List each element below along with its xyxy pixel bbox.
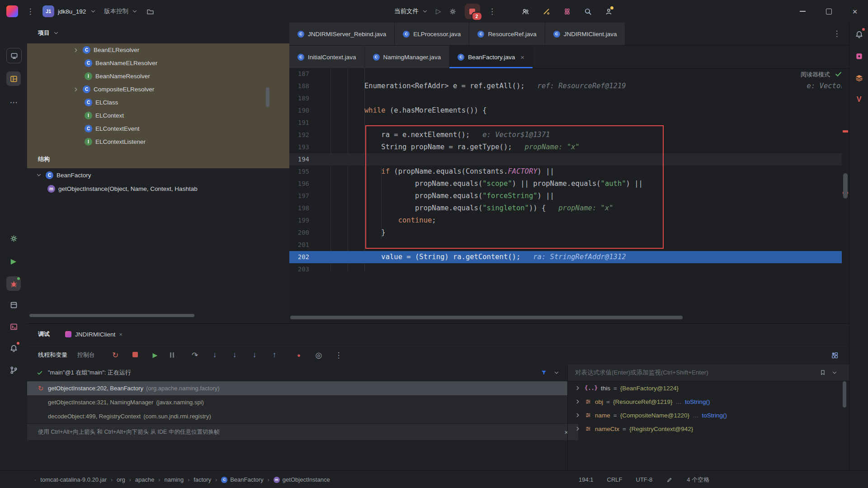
line-number[interactable]: 188 [289,80,309,92]
main-menu-icon[interactable]: ⋮ [25,7,35,16]
plugin-pink-icon[interactable] [852,49,866,63]
line-number[interactable]: 200 [289,227,309,239]
editor-error-stripe[interactable] [842,68,849,317]
tree-item-ELContextEvent[interactable]: CELContextEvent [27,122,289,135]
stop-debug-icon[interactable] [130,351,140,360]
layout-settings-icon[interactable] [830,351,839,360]
line-number[interactable]: 199 [289,214,309,227]
project-panel-header[interactable]: 项目 [27,23,289,43]
chevron-down-icon[interactable] [831,369,838,376]
breadcrumb-item[interactable]: mgetObjectInstance [274,476,330,483]
stop-button[interactable]: 2 [465,4,480,19]
tab-console[interactable]: 控制台 [77,351,95,359]
run-tool-icon[interactable]: ▶ [6,254,21,268]
more-tool-windows-icon[interactable]: ⋯ [6,95,21,109]
variable-row-obj[interactable]: obj={ResourceRef@1219}…toString() [568,395,849,408]
line-number[interactable]: 201 [289,239,309,251]
tab-threads-variables[interactable]: 线程和变量 [38,351,67,359]
view-breakpoints-icon[interactable]: ● [294,352,304,359]
stack-frame[interactable]: getObjectInstance:321, NamingManager(jav… [27,395,567,409]
code-with-me-icon[interactable] [521,7,530,16]
pause-icon[interactable] [170,352,180,358]
editor-tab-BeanFactory.java[interactable]: CBeanFactory.java× [449,46,533,68]
structure-tree[interactable]: CBeanFactorymgetObjectInstance(Object, N… [27,168,289,195]
step-out-icon[interactable]: ↑ [269,351,279,360]
project-widget[interactable]: J1 jdk8u_192 [42,5,97,17]
project-tree-scrollbar[interactable] [266,87,269,107]
code-editor[interactable]: 187188 Enumeration<RefAddr> e = ref.getA… [289,68,842,272]
line-number[interactable]: 191 [289,117,309,129]
pen-icon[interactable] [666,476,673,483]
breadcrumb-item[interactable]: tomcat-catalina-9.0.20.jar [40,476,107,483]
line-number[interactable]: 190 [289,104,309,117]
run-config-selector[interactable]: 当前文件 [394,7,429,15]
v-tool-icon[interactable]: V [852,92,866,107]
breadcrumb-item[interactable]: factory [193,476,211,483]
line-number[interactable]: 203 [289,263,309,272]
tree-item-ELClass[interactable]: CELClass [27,96,289,109]
project-tool-icon[interactable] [6,71,21,86]
breadcrumb-item[interactable]: apache [135,476,155,483]
terminal-icon[interactable] [6,319,21,334]
step-into-icon[interactable]: ↓ [210,351,220,360]
alerts-bell-icon[interactable] [6,341,21,355]
line-number[interactable]: 193 [289,141,309,153]
profile-icon[interactable] [604,7,613,16]
tree-item-CompositeELResolver[interactable]: CCompositeELResolver [27,83,289,96]
line-number[interactable]: 198 [289,202,309,214]
project-hscrollbar[interactable] [29,314,194,317]
close-button[interactable]: × [842,0,868,23]
debug-tool-icon[interactable] [6,276,21,291]
step-over-icon[interactable]: ↷ [190,351,200,360]
editor-vscrollbar-thumb[interactable] [843,173,848,199]
stack-frame[interactable]: ↻getObjectInstance:202, BeanFactory(org.… [27,381,567,395]
variable-row-this[interactable]: {..}this={BeanFactory@1224} [568,381,849,395]
structure-item-method[interactable]: mgetObjectInstance(Object, Name, Context… [27,182,289,195]
encoding[interactable]: UTF-8 [636,476,653,483]
variable-row-nameCtx[interactable]: nameCtx={RegistryContext@942} [568,422,849,436]
editor-tab-JNDIRMIClient.java[interactable]: CJNDIRMIClient.java [545,23,626,45]
chevron-down-icon[interactable] [553,369,560,376]
variables-scrollbar[interactable] [843,381,846,407]
line-number[interactable]: 195 [289,166,309,178]
rerun-icon[interactable]: ↻ [110,351,120,360]
atom-icon[interactable] [562,7,571,16]
project-tree[interactable]: CBeanELResolverCBeanNameELResolverIBeanN… [27,43,289,168]
line-number[interactable]: 202 [289,251,309,263]
settings-gear-icon[interactable] [6,231,21,246]
search-icon[interactable] [583,7,592,16]
breadcrumb-item[interactable]: naming [164,476,184,483]
smart-step-into-icon[interactable]: ↓ [250,351,259,360]
workspace-icon[interactable] [6,48,22,63]
breadcrumb-item[interactable]: org [117,476,125,483]
line-number[interactable]: 194 [289,153,309,166]
editor-tab-InitialContext.java[interactable]: CInitialContext.java [289,46,365,68]
editor-tab-NamingManager.java[interactable]: CNamingManager.java [365,46,450,68]
filter-funnel-icon[interactable] [540,369,547,376]
structure-item-BeanFactory[interactable]: CBeanFactory [27,168,289,182]
debug-more-icon[interactable]: ⋮ [334,351,344,360]
structure-header[interactable]: 结构 [27,150,290,168]
mute-breakpoints-icon[interactable]: ◎ [314,351,324,360]
more-run-actions-icon[interactable]: ⋮ [487,7,497,16]
close-tab-icon[interactable]: × [520,53,524,61]
evaluate-expression-input[interactable]: 对表达式求值(Enter)或添加监视(Ctrl+Shift+Enter) [568,365,849,381]
breadcrumb-item[interactable]: CBeanFactory [221,476,264,483]
intellij-logo[interactable] [6,5,18,17]
database-stack-icon[interactable] [852,71,866,85]
stack-frame[interactable]: decodeObject:499, RegistryContext(com.su… [27,409,567,423]
close-session-icon[interactable]: × [119,331,123,338]
tostring-link[interactable]: toString() [702,412,727,419]
variable-row-name[interactable]: name={CompositeName@1220}…toString() [568,408,849,422]
bookmark-flag-icon[interactable] [819,369,826,376]
line-number[interactable]: 187 [289,68,309,80]
git-branch-icon[interactable] [6,363,21,377]
line-number[interactable]: 192 [289,129,309,141]
line-number[interactable]: 189 [289,92,309,104]
tab-options-icon[interactable]: ⋮ [832,29,842,38]
run-button[interactable]: ▷ [436,7,441,15]
tostring-link[interactable]: toString() [685,398,710,405]
caret-position[interactable]: 194:1 [579,476,594,483]
resume-icon[interactable]: ▶ [150,351,160,359]
line-number[interactable]: 197 [289,190,309,202]
